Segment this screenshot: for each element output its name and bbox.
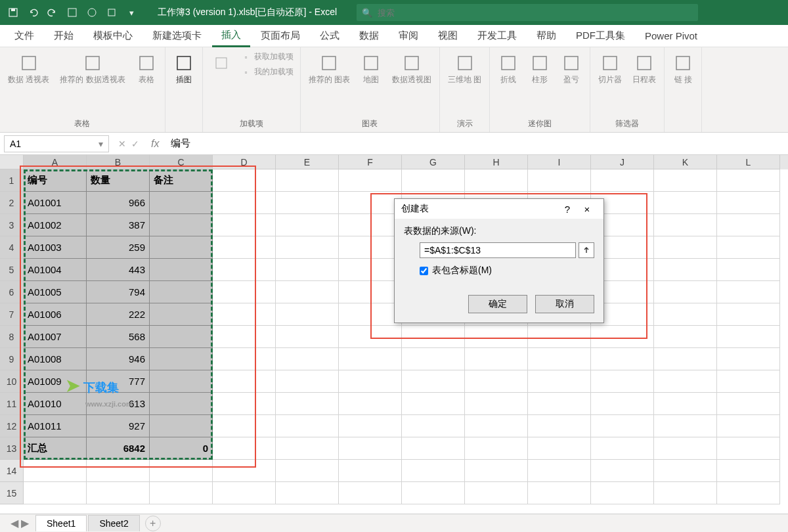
cell-J15[interactable] bbox=[591, 482, 654, 504]
qat-dropdown-icon[interactable]: ▾ bbox=[123, 5, 139, 20]
cell-B2[interactable]: 966 bbox=[87, 192, 150, 214]
row-header-3[interactable]: 3 bbox=[0, 214, 24, 236]
menu-tab-公式[interactable]: 公式 bbox=[311, 26, 349, 46]
ribbon-table-button[interactable]: 表格 bbox=[132, 50, 161, 87]
cell-C6[interactable] bbox=[150, 281, 213, 303]
ribbon-slicer-button[interactable]: 切片器 bbox=[594, 50, 626, 87]
cell-J8[interactable] bbox=[591, 326, 654, 348]
cell-L5[interactable] bbox=[717, 259, 780, 281]
cell-E4[interactable] bbox=[276, 236, 339, 259]
col-header-L[interactable]: L bbox=[717, 155, 780, 169]
cell-D7[interactable] bbox=[213, 303, 276, 326]
cell-C7[interactable] bbox=[150, 303, 213, 326]
cell-A1[interactable]: 编号 bbox=[24, 169, 87, 192]
cell-D4[interactable] bbox=[213, 236, 276, 259]
cell-C14[interactable] bbox=[150, 460, 213, 482]
cell-E15[interactable] bbox=[276, 482, 339, 504]
cell-D6[interactable] bbox=[213, 281, 276, 303]
row-header-13[interactable]: 13 bbox=[0, 437, 24, 460]
menu-tab-Power Pivot[interactable]: Power Pivot bbox=[636, 26, 707, 45]
cell-F10[interactable] bbox=[339, 370, 402, 393]
cell-K10[interactable] bbox=[654, 370, 717, 393]
cell-F4[interactable] bbox=[339, 236, 402, 259]
col-header-D[interactable]: D bbox=[213, 155, 276, 169]
col-header-C[interactable]: C bbox=[150, 155, 213, 169]
menu-tab-帮助[interactable]: 帮助 bbox=[527, 26, 565, 46]
cell-H1[interactable] bbox=[465, 169, 528, 192]
cell-A7[interactable]: A01006 bbox=[24, 303, 87, 326]
add-sheet-button[interactable]: + bbox=[145, 516, 161, 531]
cell-G13[interactable] bbox=[402, 437, 465, 460]
cell-A8[interactable]: A01007 bbox=[24, 326, 87, 348]
cell-L9[interactable] bbox=[717, 348, 780, 370]
cell-F5[interactable] bbox=[339, 259, 402, 281]
cell-L4[interactable] bbox=[717, 236, 780, 259]
cell-B8[interactable]: 568 bbox=[87, 326, 150, 348]
cell-H11[interactable] bbox=[465, 393, 528, 415]
cell-F11[interactable] bbox=[339, 393, 402, 415]
cell-C5[interactable] bbox=[150, 259, 213, 281]
row-header-15[interactable]: 15 bbox=[0, 482, 24, 504]
menu-tab-数据[interactable]: 数据 bbox=[350, 26, 388, 46]
cell-H13[interactable] bbox=[465, 437, 528, 460]
cell-B15[interactable] bbox=[87, 482, 150, 504]
cell-K5[interactable] bbox=[654, 259, 717, 281]
cell-G12[interactable] bbox=[402, 415, 465, 437]
col-header-K[interactable]: K bbox=[654, 155, 717, 169]
sheet-nav-next-icon[interactable]: ▶ bbox=[21, 517, 29, 529]
ribbon-3dmap-button[interactable]: 三维地 图 bbox=[444, 50, 485, 87]
cell-J12[interactable] bbox=[591, 415, 654, 437]
ribbon-sparkline-wl-button[interactable]: 盈亏 bbox=[557, 50, 586, 87]
cell-B7[interactable]: 222 bbox=[87, 303, 150, 326]
cell-K7[interactable] bbox=[654, 303, 717, 326]
cell-I11[interactable] bbox=[528, 393, 591, 415]
cell-I15[interactable] bbox=[528, 482, 591, 504]
cell-B3[interactable]: 387 bbox=[87, 214, 150, 236]
cell-D12[interactable] bbox=[213, 415, 276, 437]
row-header-9[interactable]: 9 bbox=[0, 348, 24, 370]
cell-H15[interactable] bbox=[465, 482, 528, 504]
cell-E6[interactable] bbox=[276, 281, 339, 303]
select-all-corner[interactable] bbox=[0, 155, 24, 169]
cell-G14[interactable] bbox=[402, 460, 465, 482]
cell-C8[interactable] bbox=[150, 326, 213, 348]
cell-J1[interactable] bbox=[591, 169, 654, 192]
qat-icon-4[interactable] bbox=[64, 5, 80, 20]
cell-J13[interactable] bbox=[591, 437, 654, 460]
cell-L8[interactable] bbox=[717, 326, 780, 348]
cell-E7[interactable] bbox=[276, 303, 339, 326]
menu-tab-页面布局[interactable]: 页面布局 bbox=[252, 26, 309, 46]
cell-A12[interactable]: A01011 bbox=[24, 415, 87, 437]
cell-A9[interactable]: A01008 bbox=[24, 348, 87, 370]
ribbon-link-button[interactable]: 链 接 bbox=[668, 50, 697, 87]
cell-A4[interactable]: A01003 bbox=[24, 236, 87, 259]
cell-I14[interactable] bbox=[528, 460, 591, 482]
dialog-close-button[interactable]: × bbox=[577, 204, 597, 215]
cell-B1[interactable]: 数量 bbox=[87, 169, 150, 192]
cell-E14[interactable] bbox=[276, 460, 339, 482]
cell-B4[interactable]: 259 bbox=[87, 236, 150, 259]
cell-E2[interactable] bbox=[276, 192, 339, 214]
menu-tab-插入[interactable]: 插入 bbox=[212, 25, 250, 47]
ribbon-maps-button[interactable]: 地图 bbox=[357, 50, 385, 87]
sheet-nav[interactable]: ◀ ▶ bbox=[4, 517, 35, 529]
cell-K15[interactable] bbox=[654, 482, 717, 504]
menu-tab-PDF工具集[interactable]: PDF工具集 bbox=[567, 26, 634, 46]
cell-K6[interactable] bbox=[654, 281, 717, 303]
cell-B14[interactable] bbox=[87, 460, 150, 482]
cell-D10[interactable] bbox=[213, 370, 276, 393]
ribbon-pivot-rec-button[interactable]: 推荐的 数据透视表 bbox=[56, 50, 129, 87]
ribbon-sub-获取加载项[interactable]: ▫获取加载项 bbox=[238, 50, 296, 64]
cell-L13[interactable] bbox=[717, 437, 780, 460]
cell-K13[interactable] bbox=[654, 437, 717, 460]
cell-E11[interactable] bbox=[276, 393, 339, 415]
col-header-F[interactable]: F bbox=[339, 155, 402, 169]
cell-H10[interactable] bbox=[465, 370, 528, 393]
cell-L6[interactable] bbox=[717, 281, 780, 303]
ribbon-sub-我的加载项[interactable]: ▫我的加载项 bbox=[238, 65, 296, 79]
name-box-dropdown-icon[interactable]: ▾ bbox=[98, 139, 103, 149]
cell-L1[interactable] bbox=[717, 169, 780, 192]
headers-checkbox-row[interactable]: 表包含标题(M) bbox=[420, 265, 594, 277]
cell-L7[interactable] bbox=[717, 303, 780, 326]
cell-F8[interactable] bbox=[339, 326, 402, 348]
